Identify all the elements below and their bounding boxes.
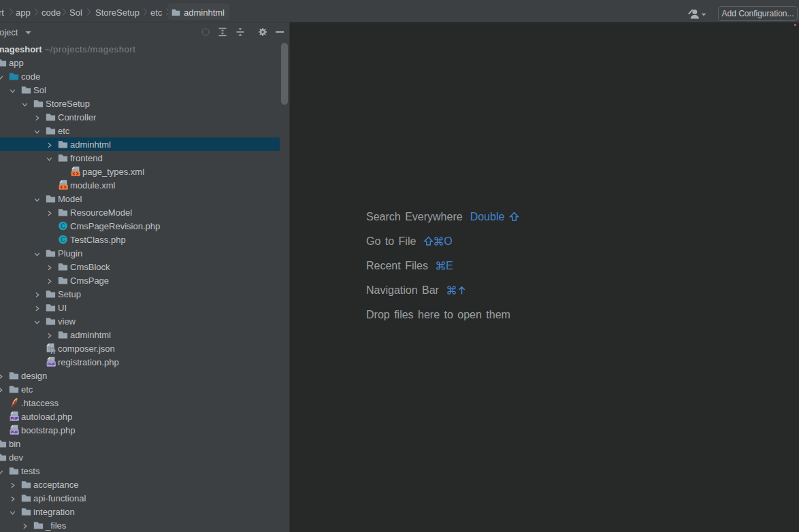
svg-text:PHP: PHP xyxy=(47,362,55,366)
svg-text:C: C xyxy=(61,236,65,244)
svg-text:C: C xyxy=(61,222,65,230)
svg-text:PHP: PHP xyxy=(10,430,18,434)
svg-text:PHP: PHP xyxy=(10,416,18,420)
svg-text:{}: {} xyxy=(50,346,56,354)
